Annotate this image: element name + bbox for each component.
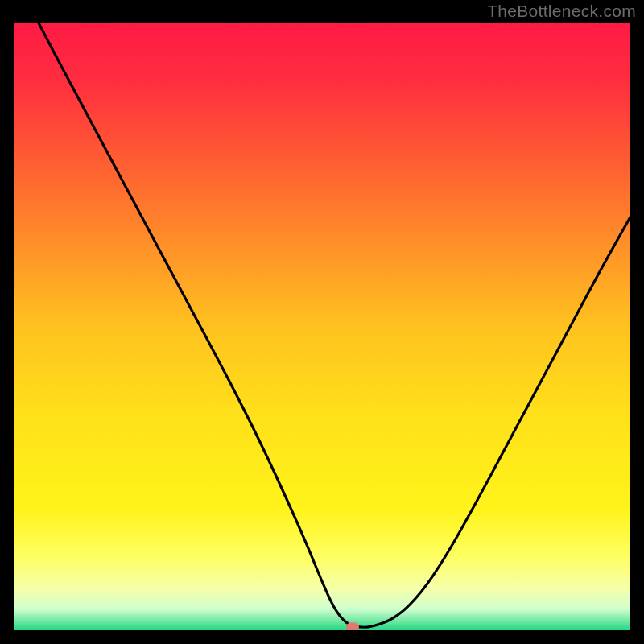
gradient-background xyxy=(14,23,630,630)
chart-svg xyxy=(14,23,630,630)
bottleneck-marker xyxy=(346,623,359,630)
plot-area xyxy=(14,23,630,630)
watermark-text: TheBottleneck.com xyxy=(487,2,636,21)
chart-frame: TheBottleneck.com xyxy=(0,0,644,644)
